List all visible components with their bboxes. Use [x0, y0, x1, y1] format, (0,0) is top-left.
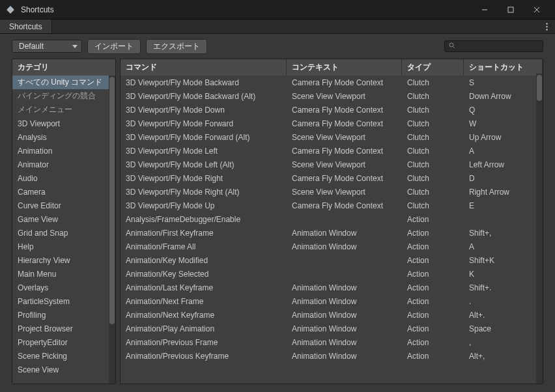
table-row[interactable]: 3D Viewport/Fly Mode DownCamera Fly Mode…: [121, 103, 543, 117]
table-scrollbar[interactable]: [536, 74, 543, 384]
cell-type: Action: [402, 352, 464, 361]
header-shortcut[interactable]: ショートカット: [464, 59, 543, 76]
svg-rect-2: [508, 7, 513, 12]
sidebar-item[interactable]: Curve Editor: [12, 199, 115, 212]
sidebar-item[interactable]: ParticleSystem: [12, 294, 115, 308]
sidebar-item[interactable]: Profiling: [12, 308, 115, 322]
cell-command: 3D Viewport/Fly Mode Down: [121, 105, 287, 115]
table-row[interactable]: 3D Viewport/Fly Mode Right (Alt)Scene Vi…: [121, 185, 543, 199]
table-row[interactable]: Analysis/FrameDebugger/EnableAction: [121, 212, 543, 226]
table-row[interactable]: 3D Viewport/Fly Mode Left (Alt)Scene Vie…: [121, 158, 543, 171]
search-input[interactable]: [444, 40, 543, 52]
table-row[interactable]: 3D Viewport/Fly Mode Forward (Alt)Scene …: [121, 130, 543, 144]
table-row[interactable]: Animation/Last KeyframeAnimation WindowA…: [121, 281, 543, 294]
profile-dropdown[interactable]: Default: [12, 40, 82, 53]
header-context[interactable]: コンテキスト: [287, 59, 402, 76]
cell-command: Animation/Key Selected: [121, 270, 287, 279]
table-row[interactable]: 3D Viewport/Fly Mode LeftCamera Fly Mode…: [121, 144, 543, 158]
table-row[interactable]: 3D Viewport/Fly Mode BackwardCamera Fly …: [121, 76, 543, 89]
cell-shortcut: Space: [464, 324, 543, 333]
cell-type: Clutch: [402, 78, 464, 87]
sidebar-scrollbar-thumb[interactable]: [109, 77, 115, 324]
cell-shortcut: S: [464, 78, 543, 87]
cell-shortcut: A: [464, 147, 543, 156]
table-row[interactable]: Animation/Previous KeyframeAnimation Win…: [121, 349, 543, 363]
sidebar-item[interactable]: Animator: [12, 158, 115, 171]
cell-context: Camera Fly Mode Context: [287, 174, 402, 183]
cell-type: Action: [402, 256, 464, 265]
cell-shortcut: W: [464, 119, 543, 128]
sidebar-item[interactable]: Game View: [12, 212, 115, 226]
sidebar-item[interactable]: バインディングの競合: [12, 89, 115, 103]
table-row[interactable]: 3D Viewport/Fly Mode Backward (Alt)Scene…: [121, 89, 543, 103]
minimize-button[interactable]: [472, 1, 498, 19]
table-row[interactable]: Animation/Next FrameAnimation WindowActi…: [121, 294, 543, 308]
header-type[interactable]: タイプ: [402, 59, 464, 76]
sidebar-item[interactable]: Scene View: [12, 363, 115, 376]
table-row[interactable]: Animation/Next KeyframeAnimation WindowA…: [121, 308, 543, 322]
cell-shortcut: .: [464, 297, 543, 306]
cell-shortcut: ,: [464, 338, 543, 347]
sidebar-item[interactable]: Scene Picking: [12, 349, 115, 363]
sidebar-item[interactable]: 3D Viewport: [12, 117, 115, 130]
sidebar-item[interactable]: Overlays: [12, 281, 115, 294]
cell-command: 3D Viewport/Fly Mode Backward: [121, 78, 287, 87]
cell-type: Action: [402, 229, 464, 238]
cell-context: Animation Window: [287, 311, 402, 320]
sidebar-item[interactable]: Camera: [12, 185, 115, 199]
cell-command: Animation/Previous Keyframe: [121, 352, 287, 361]
sidebar-item[interactable]: Help: [12, 240, 115, 253]
cell-type: Action: [402, 338, 464, 347]
table-row[interactable]: Animation/Previous FrameAnimation Window…: [121, 335, 543, 349]
category-header: カテゴリ: [12, 59, 115, 76]
table-row[interactable]: Animation/Key ModifiedActionShift+K: [121, 253, 543, 267]
table-row[interactable]: 3D Viewport/Fly Mode ForwardCamera Fly M…: [121, 117, 543, 130]
maximize-button[interactable]: [498, 1, 524, 19]
sidebar-item[interactable]: すべての Unity コマンド: [12, 76, 115, 89]
profile-dropdown-label: Default: [19, 42, 44, 51]
cell-command: 3D Viewport/Fly Mode Backward (Alt): [121, 92, 287, 101]
svg-point-7: [546, 29, 547, 30]
kebab-menu-icon[interactable]: [538, 20, 555, 33]
import-button[interactable]: インポート: [87, 39, 141, 54]
cell-shortcut: Q: [464, 105, 543, 115]
table-scrollbar-thumb[interactable]: [537, 75, 542, 101]
cell-command: Animation/Last Keyframe: [121, 283, 287, 292]
export-button[interactable]: エクスポート: [146, 39, 207, 54]
table-row[interactable]: 3D Viewport/Fly Mode RightCamera Fly Mod…: [121, 171, 543, 185]
cell-command: Animation/Frame All: [121, 242, 287, 251]
cell-context: Camera Fly Mode Context: [287, 119, 402, 128]
table-row[interactable]: Animation/Key SelectedActionK: [121, 267, 543, 281]
sidebar-item[interactable]: PropertyEditor: [12, 335, 115, 349]
toolbar: Default インポート エクスポート: [0, 34, 555, 59]
table-row[interactable]: 3D Viewport/Fly Mode UpCamera Fly Mode C…: [121, 199, 543, 212]
cell-type: Clutch: [402, 201, 464, 210]
sidebar-scrollbar[interactable]: [109, 76, 115, 384]
cell-command: 3D Viewport/Fly Mode Forward (Alt): [121, 133, 287, 142]
cell-context: Camera Fly Mode Context: [287, 78, 402, 87]
cell-shortcut: Up Arrow: [464, 133, 543, 142]
sidebar-item[interactable]: Animation: [12, 144, 115, 158]
sidebar-item[interactable]: Grid and Snap: [12, 226, 115, 240]
tab-shortcuts[interactable]: Shortcuts: [0, 20, 52, 33]
cell-type: Clutch: [402, 105, 464, 115]
sidebar-item[interactable]: メインメニュー: [12, 103, 115, 117]
sidebar-item[interactable]: Project Browser: [12, 322, 115, 335]
cell-type: Action: [402, 242, 464, 251]
table-row[interactable]: Animation/Play AnimationAnimation Window…: [121, 322, 543, 335]
cell-shortcut: K: [464, 270, 543, 279]
svg-marker-8: [72, 45, 78, 48]
sidebar-item[interactable]: Hierarchy View: [12, 253, 115, 267]
table-row[interactable]: Animation/First KeyframeAnimation Window…: [121, 226, 543, 240]
cell-shortcut: E: [464, 201, 543, 210]
window-title: Shortcuts: [21, 5, 472, 14]
close-button[interactable]: [524, 1, 550, 19]
cell-type: Clutch: [402, 92, 464, 101]
sidebar-item[interactable]: Main Menu: [12, 267, 115, 281]
header-command[interactable]: コマンド: [121, 59, 287, 76]
cell-shortcut: A: [464, 242, 543, 251]
table-row[interactable]: Animation/Frame AllAnimation WindowActio…: [121, 240, 543, 253]
sidebar-item[interactable]: Analysis: [12, 130, 115, 144]
cell-command: Analysis/FrameDebugger/Enable: [121, 215, 287, 224]
sidebar-item[interactable]: Audio: [12, 171, 115, 185]
